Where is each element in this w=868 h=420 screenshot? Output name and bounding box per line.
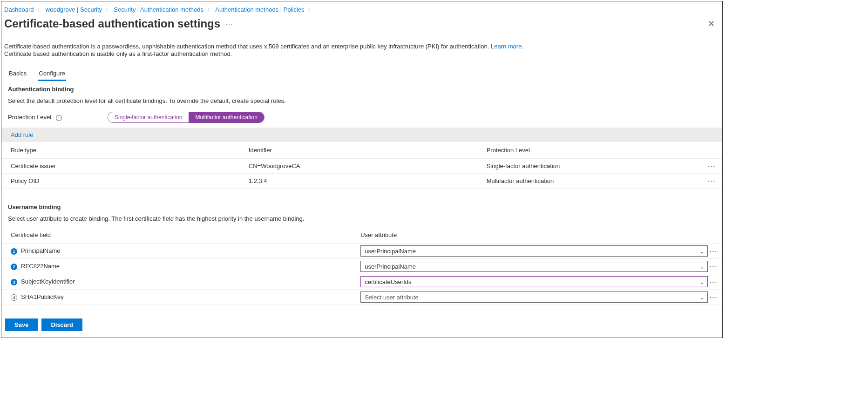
tab-configure[interactable]: Configure [38, 67, 66, 81]
breadcrumb-item-2[interactable]: Security | Authentication methods [114, 6, 203, 13]
learn-more-link[interactable]: Learn more [491, 43, 522, 50]
page-title: Certificate-based authentication setting… [4, 17, 220, 30]
row-more-icon[interactable]: ··· [710, 263, 718, 270]
table-row: Policy OID1.2.3.4Multifactor authenticat… [1, 174, 722, 189]
binding-table: Certificate field User attribute 1Princi… [1, 227, 722, 305]
save-button[interactable]: Save [5, 318, 38, 331]
chevron-down-icon: ⌄ [699, 294, 705, 301]
breadcrumb-item-0[interactable]: Dashboard [4, 6, 34, 13]
breadcrumb-item-1[interactable]: woodgrove | Security [46, 6, 102, 13]
auth-binding-desc: Select the default protection level for … [1, 94, 722, 105]
col-rule-type: Rule type [1, 142, 239, 159]
chevron-down-icon: ⌄ [699, 263, 705, 270]
pill-multi-factor[interactable]: Multifactor authentication [189, 112, 264, 122]
table-row: 2RFC822NameuserPrincipalName⌄··· [1, 259, 722, 274]
page-description: Certificate-based authentication is a pa… [1, 34, 653, 61]
info-icon[interactable]: i [56, 115, 62, 121]
cell-rule-type: Certificate issuer [1, 159, 239, 174]
cell-cert-field: 4SHA1PublicKey [1, 290, 351, 305]
cell-cert-field: 2RFC822Name [1, 259, 351, 274]
user-attribute-select[interactable]: userPrincipalName⌄ [360, 245, 708, 257]
order-badge: 2 [11, 264, 17, 270]
chevron-right-icon: 〉 [207, 7, 212, 13]
close-button[interactable]: ✕ [706, 17, 717, 31]
tab-basics[interactable]: Basics [8, 67, 27, 81]
col-cert-field: Certificate field [1, 227, 351, 244]
order-badge: 3 [11, 279, 17, 285]
desc-text-1: Certificate-based authentication is a pa… [4, 43, 491, 50]
chevron-down-icon: ⌄ [699, 248, 705, 255]
combo-value: userPrincipalName [365, 248, 416, 255]
user-binding-desc: Select user attribute to create binding.… [1, 211, 722, 223]
row-more-icon[interactable]: ··· [710, 294, 718, 301]
auth-binding-title: Authentication binding [1, 81, 722, 94]
discard-button[interactable]: Discard [41, 318, 82, 331]
cell-identifier: CN=WoodgroveCA [239, 159, 477, 174]
user-attribute-select[interactable]: Select user attribute⌄ [360, 291, 708, 303]
period: . [522, 43, 523, 50]
breadcrumb-item-3[interactable]: Authentication methods | Policies [215, 6, 304, 13]
order-badge: 4 [11, 294, 17, 301]
row-more-icon[interactable]: ··· [708, 177, 716, 184]
col-user-attr: User attribute [351, 227, 710, 244]
protection-level-label: Protection Level i [8, 114, 101, 121]
table-row: 1PrincipalNameuserPrincipalName⌄··· [1, 244, 722, 259]
user-binding-title: Username binding [1, 199, 722, 211]
cell-rule-type: Policy OID [1, 174, 239, 189]
chevron-right-icon: 〉 [37, 7, 42, 13]
combo-value: certificateUserIds [365, 278, 411, 285]
table-row: 3SubjectKeyIdentifiercertificateUserIds⌄… [1, 274, 722, 290]
user-attribute-select[interactable]: certificateUserIds⌄ [360, 276, 708, 287]
col-identifier: Identifier [239, 142, 477, 159]
row-more-icon[interactable]: ··· [710, 248, 718, 255]
combo-value: userPrincipalName [365, 263, 416, 270]
chevron-right-icon: 〉 [106, 7, 110, 13]
more-actions-icon[interactable]: ··· [226, 20, 233, 27]
rules-table: Rule type Identifier Protection Level Ce… [1, 142, 722, 189]
add-rule-link[interactable]: Add rule [11, 131, 33, 138]
chevron-down-icon: ⌄ [699, 278, 705, 285]
row-more-icon[interactable]: ··· [710, 278, 718, 285]
desc-text-2: Certificate based authentication is usab… [4, 50, 232, 57]
cell-cert-field: 1PrincipalName [1, 244, 351, 259]
table-row: Certificate issuerCN=WoodgroveCASingle-f… [1, 159, 722, 174]
order-badge: 1 [11, 248, 17, 255]
cell-identifier: 1.2.3.4 [239, 174, 477, 189]
breadcrumb: Dashboard 〉 woodgrove | Security 〉 Secur… [1, 1, 722, 16]
pill-single-factor[interactable]: Single-factor authentication [108, 112, 189, 122]
cell-protection-level: Single-factor authentication [477, 159, 699, 174]
protection-level-toggle[interactable]: Single-factor authentication Multifactor… [108, 112, 264, 123]
row-more-icon[interactable]: ··· [708, 163, 716, 169]
chevron-right-icon: 〉 [308, 7, 312, 13]
tabs: Basics Configure [1, 61, 722, 81]
table-row: 4SHA1PublicKeySelect user attribute⌄··· [1, 290, 722, 305]
cell-cert-field: 3SubjectKeyIdentifier [1, 274, 351, 290]
combo-placeholder: Select user attribute [365, 294, 419, 301]
user-attribute-select[interactable]: userPrincipalName⌄ [360, 261, 708, 272]
cell-protection-level: Multifactor authentication [477, 174, 699, 189]
col-protection-level: Protection Level [477, 142, 699, 159]
